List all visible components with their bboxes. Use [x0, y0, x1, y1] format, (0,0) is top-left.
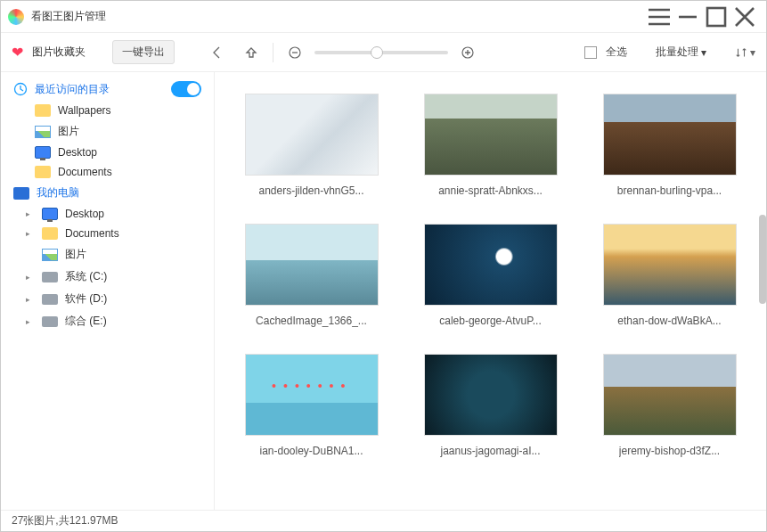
my-pc-label: 我的电脑	[37, 185, 79, 201]
thumbnail-image[interactable]	[424, 94, 558, 176]
app-logo-icon	[8, 9, 24, 25]
zoom-slider-group	[282, 40, 480, 65]
thumbnail-image[interactable]	[603, 354, 737, 436]
thumbnail-label: jeremy-bishop-d3fZ...	[619, 445, 720, 457]
slider-thumb[interactable]	[371, 46, 383, 59]
sidebar-item[interactable]: ▸综合 (E:)	[1, 310, 214, 332]
thumbnail-image[interactable]	[245, 94, 379, 176]
sidebar-item[interactable]: 图片	[1, 243, 214, 266]
thumbnail-item[interactable]: ian-dooley-DuBNA1...	[240, 354, 383, 457]
drive-icon	[42, 294, 58, 305]
folder-icon	[42, 227, 58, 240]
item-label: Wallpapers	[58, 104, 111, 117]
thumbnail-image[interactable]	[424, 224, 558, 306]
sort-dropdown[interactable]: ▾	[735, 46, 755, 59]
select-all-label[interactable]: 全选	[606, 45, 627, 60]
item-label: 系统 (C:)	[65, 269, 107, 284]
folder-icon	[35, 166, 51, 178]
img-icon	[42, 249, 58, 261]
monitor-icon	[42, 208, 58, 220]
thumbnail-image[interactable]	[424, 354, 558, 436]
hamburger-menu-icon[interactable]	[645, 3, 673, 31]
sidebar-item[interactable]: 图片	[1, 120, 214, 143]
batch-label: 批量处理	[656, 45, 698, 60]
status-bar: 27张图片,共121.97MB	[1, 510, 766, 531]
chevron-down-icon: ▾	[750, 46, 755, 59]
item-label: Desktop	[58, 146, 97, 159]
thumbnail-item[interactable]: brennan-burling-vpa...	[598, 94, 741, 197]
expand-icon[interactable]: ▸	[26, 229, 35, 238]
thumbnail-label: annie-spratt-Abnkxs...	[438, 184, 543, 197]
sidebar-item[interactable]: Desktop	[1, 143, 214, 162]
item-label: 图片	[58, 124, 79, 139]
item-label: 软件 (D:)	[65, 291, 107, 307]
my-pc-header[interactable]: 我的电脑	[1, 182, 214, 204]
thumbnail-item[interactable]: caleb-george-AtvuP...	[419, 224, 562, 327]
monitor-icon	[35, 146, 51, 159]
content-area: anders-jilden-vhnG5...annie-spratt-Abnkx…	[215, 72, 766, 510]
expand-icon[interactable]: ▸	[26, 209, 35, 218]
body: 最近访问的目录 Wallpapers图片DesktopDocuments 我的电…	[1, 72, 766, 510]
zoom-out-button[interactable]	[282, 40, 307, 65]
thumbnail-item[interactable]: ethan-dow-dWaBkA...	[598, 224, 741, 327]
sidebar-item[interactable]: Wallpapers	[1, 101, 214, 120]
recent-label: 最近访问的目录	[35, 82, 110, 97]
scrollbar-thumb[interactable]	[759, 215, 766, 304]
expand-icon[interactable]: ▸	[26, 317, 35, 326]
svg-rect-0	[707, 8, 725, 26]
heart-icon: ❤	[12, 44, 23, 61]
computer-icon	[13, 187, 29, 200]
back-button[interactable]	[205, 40, 230, 65]
app-window: 看图王图片管理 ❤ 图片收藏夹 一键导出 全选 批量处理	[0, 0, 767, 532]
sidebar-item[interactable]: Documents	[1, 162, 214, 182]
thumbnail-label: brennan-burling-vpa...	[617, 184, 722, 197]
sidebar: 最近访问的目录 Wallpapers图片DesktopDocuments 我的电…	[1, 72, 215, 510]
drive-icon	[42, 316, 58, 327]
zoom-slider[interactable]	[314, 51, 448, 54]
recent-section-header[interactable]: 最近访问的目录	[1, 78, 214, 101]
thumbnail-label: ian-dooley-DuBNA1...	[259, 445, 363, 457]
thumbnail-item[interactable]: annie-spratt-Abnkxs...	[419, 94, 562, 197]
export-button[interactable]: 一键导出	[112, 40, 175, 64]
sidebar-item[interactable]: ▸软件 (D:)	[1, 288, 214, 310]
maximize-button[interactable]	[702, 3, 730, 31]
clock-icon	[13, 82, 28, 96]
sidebar-item[interactable]: ▸Documents	[1, 224, 214, 243]
thumbnail-label: jaanus-jagomagi-aI...	[440, 445, 540, 457]
batch-process-dropdown[interactable]: 批量处理 ▾	[656, 45, 706, 60]
thumbnail-label: CachedImage_1366_...	[256, 315, 367, 327]
thumbnail-image[interactable]	[603, 224, 737, 306]
img-icon	[35, 126, 51, 138]
chevron-down-icon: ▾	[701, 46, 706, 59]
item-label: 图片	[65, 247, 86, 262]
thumbnail-item[interactable]: jaanus-jagomagi-aI...	[419, 354, 562, 457]
thumbnail-image[interactable]	[245, 224, 379, 306]
status-text: 27张图片,共121.97MB	[12, 513, 118, 528]
minimize-button[interactable]	[673, 3, 702, 31]
expand-icon[interactable]: ▸	[26, 273, 35, 282]
thumbnail-label: ethan-dow-dWaBkA...	[617, 315, 721, 327]
item-label: Documents	[65, 227, 119, 240]
up-button[interactable]	[239, 40, 264, 65]
item-label: Desktop	[65, 208, 104, 220]
close-button[interactable]	[730, 3, 759, 31]
thumbnail-label: caleb-george-AtvuP...	[439, 315, 542, 327]
zoom-in-button[interactable]	[455, 40, 480, 65]
title-bar: 看图王图片管理	[1, 1, 766, 33]
thumbnail-item[interactable]: anders-jilden-vhnG5...	[240, 94, 383, 197]
thumbnail-grid: anders-jilden-vhnG5...annie-spratt-Abnkx…	[240, 94, 741, 457]
recent-toggle[interactable]	[171, 81, 201, 97]
sidebar-item[interactable]: ▸Desktop	[1, 204, 214, 224]
divider	[273, 43, 273, 62]
sidebar-item[interactable]: ▸系统 (C:)	[1, 266, 214, 288]
drive-icon	[42, 272, 58, 282]
thumbnail-image[interactable]	[245, 354, 379, 436]
window-title: 看图王图片管理	[31, 9, 645, 24]
thumbnail-image[interactable]	[603, 94, 737, 176]
select-all-checkbox[interactable]	[584, 46, 597, 59]
item-label: 综合 (E:)	[65, 314, 107, 329]
thumbnail-item[interactable]: CachedImage_1366_...	[240, 224, 383, 327]
favorites-label[interactable]: 图片收藏夹	[32, 45, 86, 60]
thumbnail-item[interactable]: jeremy-bishop-d3fZ...	[598, 354, 741, 457]
expand-icon[interactable]: ▸	[26, 295, 35, 304]
